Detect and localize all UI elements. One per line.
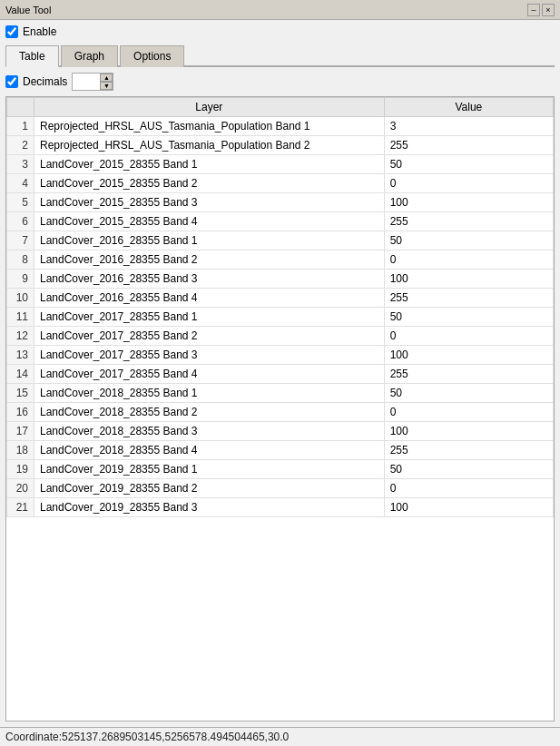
cell-value: 0 [384, 327, 553, 346]
cell-index: 15 [7, 384, 34, 403]
cell-layer: LandCover_2019_28355 Band 3 [34, 498, 385, 517]
cell-value: 0 [384, 250, 553, 270]
tab-options[interactable]: Options [120, 45, 184, 67]
window-title: Value Tool [5, 5, 51, 15]
table-row: 13LandCover_2017_28355 Band 3100 [7, 346, 554, 365]
cell-layer: LandCover_2019_28355 Band 2 [34, 479, 385, 498]
table-row: 8LandCover_2016_28355 Band 20 [7, 250, 554, 270]
cell-layer: LandCover_2019_28355 Band 1 [34, 460, 385, 479]
cell-index: 2 [7, 136, 34, 155]
cell-layer: LandCover_2016_28355 Band 2 [34, 250, 385, 270]
table-row: 7LandCover_2016_28355 Band 150 [7, 231, 554, 250]
table-row: 15LandCover_2018_28355 Band 150 [7, 384, 554, 403]
cell-layer: Reprojected_HRSL_AUS_Tasmania_Population… [34, 136, 385, 155]
cell-value: 100 [384, 193, 553, 212]
cell-index: 16 [7, 403, 34, 422]
cell-layer: LandCover_2016_28355 Band 4 [34, 289, 385, 308]
spinner-buttons: ▲ ▼ [100, 74, 113, 90]
options-row: Decimals 0 ▲ ▼ [5, 73, 555, 91]
cell-value: 100 [384, 346, 553, 365]
cell-index: 8 [7, 250, 34, 270]
cell-value: 255 [384, 365, 553, 384]
cell-index: 3 [7, 155, 34, 174]
table-row: 11LandCover_2017_28355 Band 150 [7, 308, 554, 327]
cell-index: 12 [7, 327, 34, 346]
cell-index: 11 [7, 308, 34, 327]
table-row: 2Reprojected_HRSL_AUS_Tasmania_Populatio… [7, 136, 554, 155]
spinner-up-button[interactable]: ▲ [100, 74, 113, 82]
cell-value: 255 [384, 441, 553, 460]
enable-row: Enable [5, 25, 555, 38]
table-row: 4LandCover_2015_28355 Band 20 [7, 174, 554, 193]
cell-value: 50 [384, 384, 553, 403]
table-row: 10LandCover_2016_28355 Band 4255 [7, 289, 554, 308]
main-container: Enable Table Graph Options Decimals 0 ▲ … [0, 20, 560, 727]
cell-value: 50 [384, 308, 553, 327]
table-row: 14LandCover_2017_28355 Band 4255 [7, 365, 554, 384]
cell-index: 7 [7, 231, 34, 250]
coordinate-text: Coordinate:525137.2689503145,5256578.494… [5, 731, 289, 743]
col-header-layer: Layer [34, 98, 385, 117]
enable-checkbox[interactable] [5, 25, 18, 38]
cell-layer: Reprojected_HRSL_AUS_Tasmania_Population… [34, 117, 385, 136]
col-header-index [7, 98, 34, 117]
cell-value: 50 [384, 155, 553, 174]
cell-layer: LandCover_2017_28355 Band 4 [34, 365, 385, 384]
cell-layer: LandCover_2018_28355 Band 2 [34, 403, 385, 422]
table-row: 3LandCover_2015_28355 Band 150 [7, 155, 554, 174]
cell-index: 6 [7, 212, 34, 231]
tab-graph[interactable]: Graph [61, 45, 118, 67]
table-row: 20LandCover_2019_28355 Band 20 [7, 479, 554, 498]
cell-index: 20 [7, 479, 34, 498]
spinner-down-button[interactable]: ▼ [100, 82, 113, 90]
cell-index: 9 [7, 270, 34, 289]
cell-value: 0 [384, 403, 553, 422]
cell-value: 255 [384, 212, 553, 231]
decimals-input[interactable]: 0 [73, 74, 100, 89]
col-header-value: Value [384, 98, 553, 117]
cell-index: 19 [7, 460, 34, 479]
cell-value: 50 [384, 460, 553, 479]
table-wrapper: Layer Value 1Reprojected_HRSL_AUS_Tasman… [5, 96, 555, 721]
table-scroll[interactable]: Layer Value 1Reprojected_HRSL_AUS_Tasman… [6, 97, 554, 721]
cell-value: 0 [384, 479, 553, 498]
decimals-checkbox[interactable] [5, 75, 18, 88]
enable-label: Enable [23, 25, 56, 38]
cell-layer: LandCover_2018_28355 Band 3 [34, 422, 385, 441]
cell-value: 50 [384, 231, 553, 250]
cell-layer: LandCover_2015_28355 Band 4 [34, 212, 385, 231]
cell-index: 21 [7, 498, 34, 517]
cell-layer: LandCover_2018_28355 Band 4 [34, 441, 385, 460]
table-row: 18LandCover_2018_28355 Band 4255 [7, 441, 554, 460]
cell-index: 4 [7, 174, 34, 193]
window-controls: – × [527, 4, 555, 16]
cell-index: 5 [7, 193, 34, 212]
tabs-row: Table Graph Options [5, 44, 555, 67]
cell-layer: LandCover_2017_28355 Band 3 [34, 346, 385, 365]
cell-layer: LandCover_2015_28355 Band 1 [34, 155, 385, 174]
table-row: 1Reprojected_HRSL_AUS_Tasmania_Populatio… [7, 117, 554, 136]
table-row: 9LandCover_2016_28355 Band 3100 [7, 270, 554, 289]
table-row: 21LandCover_2019_28355 Band 3100 [7, 498, 554, 517]
close-button[interactable]: × [542, 4, 555, 16]
cell-index: 17 [7, 422, 34, 441]
tab-table[interactable]: Table [5, 45, 59, 67]
cell-layer: LandCover_2017_28355 Band 1 [34, 308, 385, 327]
table-row: 12LandCover_2017_28355 Band 20 [7, 327, 554, 346]
minimize-button[interactable]: – [527, 4, 540, 16]
cell-index: 14 [7, 365, 34, 384]
cell-index: 10 [7, 289, 34, 308]
cell-index: 18 [7, 441, 34, 460]
cell-value: 255 [384, 289, 553, 308]
table-row: 16LandCover_2018_28355 Band 20 [7, 403, 554, 422]
decimals-label: Decimals [23, 75, 67, 88]
table-row: 6LandCover_2015_28355 Band 4255 [7, 212, 554, 231]
table-row: 17LandCover_2018_28355 Band 3100 [7, 422, 554, 441]
cell-layer: LandCover_2017_28355 Band 2 [34, 327, 385, 346]
cell-layer: LandCover_2015_28355 Band 2 [34, 174, 385, 193]
cell-value: 255 [384, 136, 553, 155]
decimals-spinner: 0 ▲ ▼ [72, 73, 113, 91]
cell-value: 3 [384, 117, 553, 136]
cell-index: 1 [7, 117, 34, 136]
cell-layer: LandCover_2016_28355 Band 3 [34, 270, 385, 289]
